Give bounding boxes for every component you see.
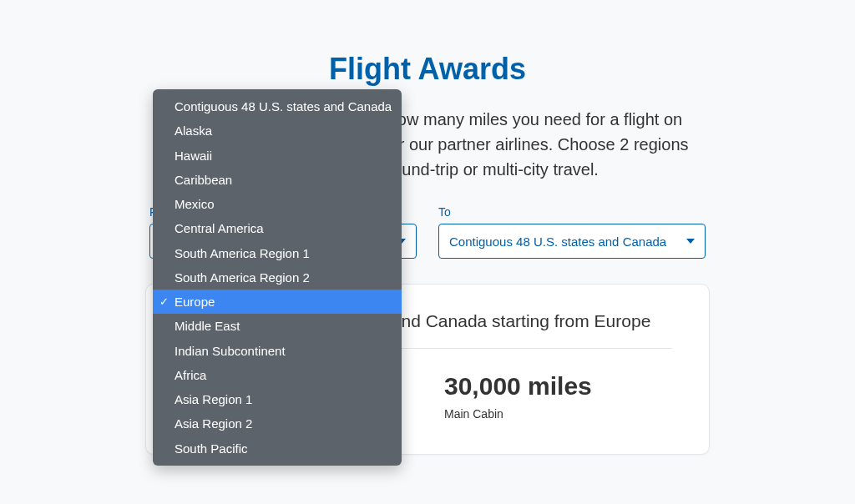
dropdown-item[interactable]: ✓South America Region 1 xyxy=(153,241,402,265)
dropdown-item-label: Middle East xyxy=(175,319,240,333)
check-icon: ✓ xyxy=(159,294,169,310)
award-miles: 30,000 miles xyxy=(444,372,689,401)
award-tile: 30,000 miles Main Cabin xyxy=(444,372,689,421)
to-select[interactable]: Contiguous 48 U.S. states and Canada xyxy=(438,224,706,259)
dropdown-item[interactable]: ✓South Pacific xyxy=(153,436,402,461)
dropdown-item-label: Europe xyxy=(175,295,215,309)
to-select-value: Contiguous 48 U.S. states and Canada xyxy=(449,234,666,249)
dropdown-item-label: Asia Region 1 xyxy=(175,392,252,406)
from-dropdown[interactable]: ✓Contiguous 48 U.S. states and Canada✓Al… xyxy=(153,89,402,466)
dropdown-item-label: Alaska xyxy=(175,123,212,138)
dropdown-item-label: Central America xyxy=(175,221,264,235)
page-title: Flight Awards xyxy=(0,52,855,87)
dropdown-item-label: Hawaii xyxy=(175,149,212,163)
dropdown-item[interactable]: ✓Contiguous 48 U.S. states and Canada xyxy=(153,94,402,118)
dropdown-item-label: Mexico xyxy=(175,197,215,211)
dropdown-item-label: South America Region 2 xyxy=(175,270,310,285)
dropdown-item-label: Contiguous 48 U.S. states and Canada xyxy=(175,99,392,113)
dropdown-item[interactable]: ✓Middle East xyxy=(153,314,402,338)
dropdown-item-label: South Pacific xyxy=(175,441,248,456)
chevron-down-icon xyxy=(686,239,695,244)
dropdown-item[interactable]: ✓Asia Region 2 xyxy=(153,411,402,436)
dropdown-item-label: Asia Region 2 xyxy=(175,416,252,431)
to-field-group: To Contiguous 48 U.S. states and Canada xyxy=(438,205,706,259)
dropdown-item[interactable]: ✓Caribbean xyxy=(153,168,402,192)
dropdown-item[interactable]: ✓Europe xyxy=(153,290,402,314)
award-label: Main Cabin xyxy=(444,407,689,421)
region-form: From Europe To Contiguous 48 U.S. states… xyxy=(0,205,855,259)
dropdown-item-label: Africa xyxy=(175,368,206,382)
dropdown-item[interactable]: ✓Mexico xyxy=(153,192,402,216)
dropdown-item[interactable]: ✓Indian Subcontinent xyxy=(153,339,402,363)
dropdown-item[interactable]: ✓Central America xyxy=(153,216,402,240)
dropdown-item[interactable]: ✓Africa xyxy=(153,363,402,387)
dropdown-item-label: Caribbean xyxy=(175,173,232,187)
dropdown-item[interactable]: ✓Alaska xyxy=(153,118,402,143)
dropdown-item[interactable]: ✓Hawaii xyxy=(153,144,402,168)
to-label: To xyxy=(438,205,706,219)
dropdown-item[interactable]: ✓South America Region 2 xyxy=(153,265,402,290)
dropdown-item-label: Indian Subcontinent xyxy=(175,344,286,358)
dropdown-item[interactable]: ✓Asia Region 1 xyxy=(153,387,402,411)
dropdown-item-label: South America Region 1 xyxy=(175,246,310,260)
